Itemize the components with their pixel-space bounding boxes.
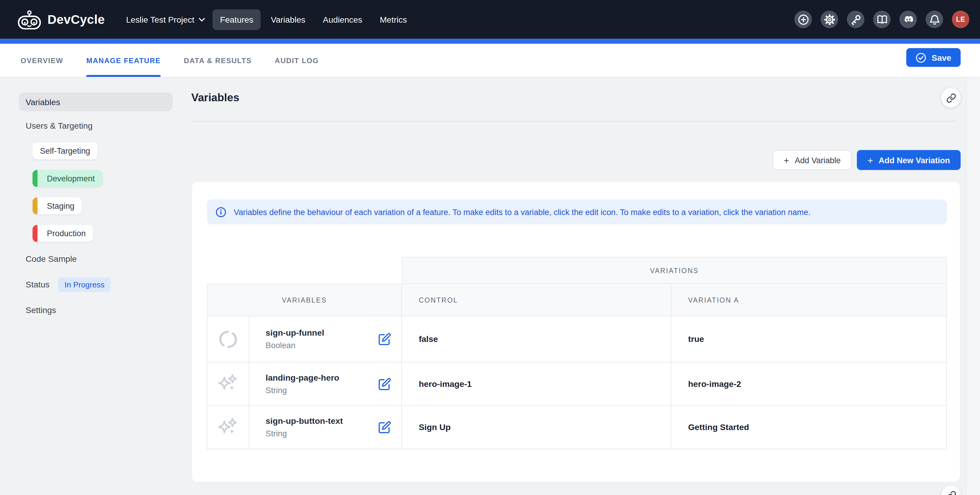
variable-name-cell: landing-page-hero String xyxy=(250,363,402,406)
project-selector[interactable]: Leslie Test Project xyxy=(126,14,205,24)
column-header-variation-a: VARIATION A xyxy=(671,284,947,316)
column-header-label: VARIABLES xyxy=(282,296,327,304)
save-button[interactable]: Save xyxy=(907,48,961,67)
control-value-cell: hero-image-1 xyxy=(402,363,671,406)
feature-sidebar: Variables Users & Targeting Self-Targeti… xyxy=(0,78,188,495)
tab-audit-log[interactable]: AUDIT LOG xyxy=(275,44,319,77)
section-title: Variables xyxy=(191,91,239,104)
edit-icon xyxy=(378,420,391,434)
sidebar-item-label: Users & Targeting xyxy=(25,121,92,131)
nav-link-audiences[interactable]: Audiences xyxy=(315,9,370,29)
variable-name-cell: sign-up-button-text String xyxy=(250,406,402,449)
brand-name: DevCycle xyxy=(48,12,105,27)
sidebar-item-label: Variables xyxy=(25,97,60,106)
sidebar-env-production[interactable]: Production xyxy=(32,225,93,242)
edit-variable-button[interactable] xyxy=(377,332,391,346)
variations-group-header: VARIATIONS xyxy=(402,257,947,283)
docs-button[interactable] xyxy=(873,11,891,28)
save-label: Save xyxy=(931,53,951,62)
status-badge: In Progress xyxy=(58,278,111,292)
devcycle-app: DevCycle Leslie Test Project Features Va… xyxy=(0,0,980,495)
settings-icon xyxy=(824,14,835,25)
sidebar-item-variables[interactable]: Variables xyxy=(19,92,172,111)
sidebar-env-self-targeting[interactable]: Self-Targeting xyxy=(32,142,98,159)
sparkles-icon xyxy=(217,416,240,439)
devcycle-logo[interactable]: DevCycle xyxy=(17,10,105,29)
primary-nav: Features Variables Audiences Metrics xyxy=(213,9,414,29)
variable-type-cell xyxy=(207,406,250,449)
tab-manage-feature[interactable]: MANAGE FEATURE xyxy=(86,44,161,77)
check-circle-icon xyxy=(916,52,927,63)
scroll-gutter[interactable] xyxy=(966,78,980,495)
env-label: Development xyxy=(47,173,95,183)
sidebar-item-settings[interactable]: Settings xyxy=(25,306,56,315)
nav-link-features[interactable]: Features xyxy=(213,9,261,29)
feature-tab-bar: OVERVIEW MANAGE FEATURE DATA & RESULTS A… xyxy=(0,44,980,78)
column-header-variables: VARIABLES xyxy=(207,284,402,316)
section-divider xyxy=(191,121,956,122)
sidebar-env-staging[interactable]: Staging xyxy=(32,197,82,215)
env-color-bar xyxy=(32,225,38,242)
control-value-cell: Sign Up xyxy=(402,406,671,449)
docs-icon xyxy=(877,14,888,25)
section-link-button[interactable] xyxy=(941,88,961,108)
content-area: Variables Users & Targeting Self-Targeti… xyxy=(0,78,980,495)
notifications-button[interactable] xyxy=(926,11,943,28)
nav-link-variables[interactable]: Variables xyxy=(263,9,313,29)
user-avatar[interactable]: LE xyxy=(952,11,970,28)
nav-link-metrics[interactable]: Metrics xyxy=(372,9,414,29)
env-color-bar xyxy=(32,197,38,215)
edit-variable-button[interactable] xyxy=(377,420,391,434)
status-label[interactable]: Status xyxy=(25,280,49,289)
tab-overview[interactable]: OVERVIEW xyxy=(21,44,63,77)
sidebar-item-code-sample[interactable]: Code Sample xyxy=(25,255,77,264)
sidebar-env-development[interactable]: Development xyxy=(32,170,102,187)
add-button[interactable] xyxy=(794,11,812,28)
variables-actions: + Add Variable + Add New Variation xyxy=(773,150,961,170)
accent-progress-bar xyxy=(0,39,980,44)
sidebar-item-label: Settings xyxy=(25,306,56,315)
link-icon xyxy=(946,93,956,103)
togglebot-icon xyxy=(17,10,42,29)
variation-a-value: hero-image-2 xyxy=(688,379,741,388)
nav-icon-group: LE xyxy=(794,11,969,28)
column-header-label: VARIATION A xyxy=(688,296,740,304)
variation-a-value: true xyxy=(688,334,704,344)
sparkles-icon xyxy=(217,372,240,395)
add-variable-button[interactable]: + Add Variable xyxy=(773,150,852,170)
settings-button[interactable] xyxy=(821,11,838,28)
sidebar-item-label: Code Sample xyxy=(25,255,77,264)
plus-icon: + xyxy=(867,154,873,165)
link-icon xyxy=(946,490,956,495)
variable-type-cell xyxy=(207,316,250,363)
tab-data-results[interactable]: DATA & RESULTS xyxy=(184,44,252,77)
add-new-variation-button[interactable]: + Add New Variation xyxy=(857,150,961,170)
table-corner-spacer xyxy=(207,257,402,283)
edit-icon xyxy=(378,377,391,390)
env-label: Staging xyxy=(47,201,75,210)
variables-table: VARIATIONS VARIABLES CONTROL VARIATION A xyxy=(207,257,947,449)
control-value-cell: false xyxy=(402,316,671,363)
top-nav: DevCycle Leslie Test Project Features Va… xyxy=(0,0,980,39)
keys-button[interactable] xyxy=(847,11,864,28)
add-variable-label: Add Variable xyxy=(795,155,841,164)
add-new-variation-label: Add New Variation xyxy=(879,155,950,164)
add-icon xyxy=(798,14,808,25)
edit-variable-button[interactable] xyxy=(377,377,391,390)
env-color-bar xyxy=(32,170,38,187)
variable-type-cell xyxy=(207,363,250,406)
discord-button[interactable] xyxy=(899,11,917,28)
variable-name-cell: sign-up-funnel Boolean xyxy=(250,316,402,363)
sidebar-item-users-targeting[interactable]: Users & Targeting xyxy=(25,121,92,131)
boolean-icon xyxy=(218,328,239,350)
control-value: hero-image-1 xyxy=(419,379,472,388)
env-label: Self-Targeting xyxy=(40,146,90,156)
notifications-icon xyxy=(929,14,940,25)
next-section-link-button[interactable] xyxy=(941,486,961,495)
info-banner: Variables define the behaviour of each v… xyxy=(207,199,947,224)
info-icon xyxy=(216,207,226,217)
edit-icon xyxy=(378,333,391,345)
column-header-label: CONTROL xyxy=(419,296,458,304)
column-header-control: CONTROL xyxy=(402,284,671,316)
sidebar-status-row: Status In Progress xyxy=(25,278,111,292)
